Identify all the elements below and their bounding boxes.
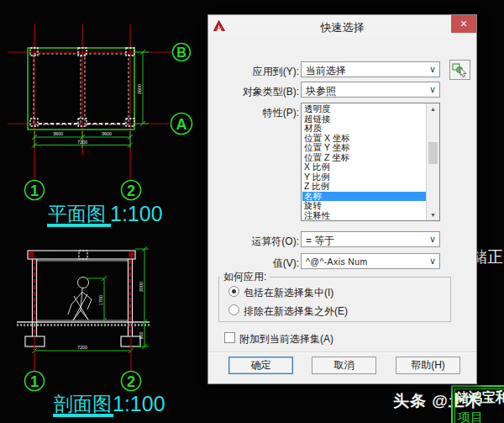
radio-dot <box>232 289 236 293</box>
section-dim-texts: 1700 3000 900 7200 <box>77 282 144 350</box>
object-type-value: 块参照 <box>306 84 336 98</box>
section-beam-notch <box>79 251 87 259</box>
plan-axis-label-a: A <box>176 116 187 133</box>
section-beam-end-left <box>29 252 34 258</box>
chevron-down-icon: ∨ <box>429 84 436 95</box>
select-objects-icon <box>450 61 470 79</box>
object-type-label: 对象类型(B): <box>208 85 299 99</box>
plan-axis-bubbles <box>25 44 192 200</box>
plan-title: 平面图 1:100 <box>47 202 163 227</box>
value-label: 值(V): <box>208 256 299 271</box>
section-dim-footing: 900 <box>139 331 144 339</box>
chevron-down-icon: ∨ <box>429 64 436 75</box>
select-objects-button[interactable] <box>449 60 470 80</box>
ok-button[interactable]: 确定 <box>228 357 293 374</box>
scroll-down-icon[interactable]: ▼ <box>427 209 439 220</box>
dialog-title: 快速选择 <box>208 20 476 35</box>
screenshot-root: 3600 3600 7200 3600 B A 1 2 平面图 1:100 <box>0 0 504 423</box>
section-beam-end-right <box>129 252 134 258</box>
include-radio-label[interactable]: 包括在新选择集中(I) <box>244 286 333 300</box>
property-item[interactable]: Z 比例 <box>302 182 426 192</box>
help-button[interactable]: 帮助(H) <box>396 357 460 374</box>
close-button[interactable]: × <box>451 15 476 33</box>
operator-value: = 等于 <box>306 234 334 248</box>
properties-scrollbar[interactable]: ▲ ▼ <box>426 103 439 220</box>
plan-room-dashed <box>34 54 129 124</box>
value-value: ^@^-Axis Num <box>306 256 368 267</box>
plan-dimensions <box>32 50 149 148</box>
apply-to-label: 应用到(Y): <box>208 65 299 79</box>
section-title-underline <box>53 414 113 417</box>
chevron-down-icon: ∨ <box>429 234 436 245</box>
section-beam <box>28 251 135 259</box>
plan-dim-depth: 3600 <box>137 84 142 94</box>
section-view: 1700 3000 900 7200 1 2 剖面图 1:100 <box>17 246 165 417</box>
dialog-titlebar[interactable]: 快速选择 × <box>208 15 476 37</box>
object-type-dropdown[interactable]: 块参照 ∨ <box>301 82 440 98</box>
append-checkbox[interactable] <box>224 332 235 343</box>
plan-view: 3600 3600 7200 3600 B A 1 2 平面图 1:100 <box>8 24 192 227</box>
watermark-badge-line2: 项目 <box>458 410 483 423</box>
plan-axis-label-b: B <box>176 45 186 60</box>
property-item[interactable]: 材质 <box>302 124 426 134</box>
append-checkbox-label[interactable]: 附加到当前选择集(A) <box>239 332 333 346</box>
section-title-text: 剖面图 <box>54 393 112 415</box>
properties-label: 特性(P): <box>208 106 299 120</box>
section-dim-figure: 1700 <box>98 295 103 305</box>
section-axis-lines <box>34 336 131 371</box>
plan-dim-room-left: 3600 <box>53 131 63 136</box>
plan-dim-total: 7200 <box>77 140 87 145</box>
section-dim-total: 7200 <box>77 345 87 350</box>
plan-dim-room-right: 3600 <box>102 131 112 136</box>
watermark-badge-line1: 储鸿宝和 <box>455 389 504 407</box>
section-dim-wall: 3000 <box>139 282 144 292</box>
section-title-scale: 1:100 <box>113 392 165 415</box>
property-item[interactable]: 注释性 <box>302 211 426 220</box>
plan-title-underline <box>47 224 111 227</box>
property-item[interactable]: 位置 Y 坐标 <box>302 143 426 153</box>
include-radio[interactable] <box>228 286 239 297</box>
operator-label: 运算符(O): <box>208 235 299 249</box>
section-title: 剖面图 1:100 <box>53 392 165 417</box>
exclude-radio[interactable] <box>228 304 239 315</box>
section-axis-bubbles <box>25 372 141 391</box>
plan-title-text: 平面图 <box>48 203 106 225</box>
exclude-radio-label[interactable]: 排除在新选择集之外(E) <box>244 304 348 319</box>
section-axis-label-1: 1 <box>30 373 39 390</box>
chevron-down-icon: ∨ <box>429 256 436 267</box>
value-dropdown[interactable]: ^@^-Axis Num ∨ <box>301 253 440 269</box>
properties-list: 透明度 超链接 材质 位置 X 坐标 位置 Y 坐标 位置 Z 坐标 X 比例 … <box>302 104 426 219</box>
apply-to-value: 当前选择 <box>306 64 346 78</box>
scroll-up-icon[interactable]: ▲ <box>427 103 439 114</box>
section-person-figure <box>68 278 92 321</box>
properties-listbox[interactable]: 透明度 超链接 材质 位置 X 坐标 位置 Y 坐标 位置 Z 坐标 X 比例 … <box>301 103 440 221</box>
property-item[interactable]: X 比例 <box>302 162 426 172</box>
scrollbar-thumb[interactable] <box>428 142 438 164</box>
watermark-badge: 储鸿宝和 项目 <box>451 385 504 423</box>
plan-title-scale: 1:100 <box>110 202 163 225</box>
property-item[interactable]: 旋转 <box>302 201 426 211</box>
property-item[interactable]: 透明度 <box>302 104 426 114</box>
plan-axis-label-2: 2 <box>127 182 135 199</box>
plan-dim-texts: 3600 3600 7200 3600 <box>53 84 142 145</box>
footer-separator <box>208 352 476 353</box>
apply-to-dropdown[interactable]: 当前选择 ∨ <box>301 61 440 77</box>
plan-axis-label-1: 1 <box>30 182 39 199</box>
operator-dropdown[interactable]: = 等于 ∨ <box>301 231 440 247</box>
how-apply-label: 如何应用: <box>220 270 270 284</box>
quick-select-dialog: 快速选择 × 应用到(Y): 当前选择 ∨ 对象类型(B): 块参照 ∨ 特性(… <box>207 14 477 384</box>
cancel-button[interactable]: 取消 <box>312 357 376 374</box>
section-axis-label-2: 2 <box>127 373 135 390</box>
